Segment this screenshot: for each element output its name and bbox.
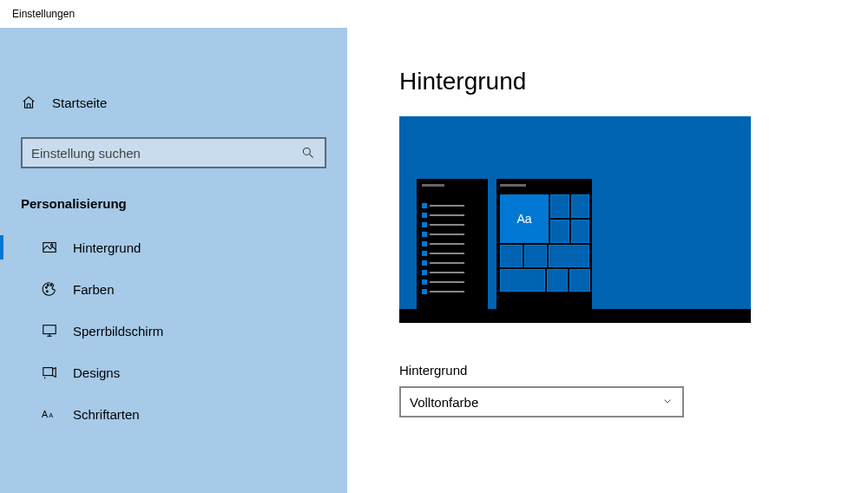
dropdown-value: Volltonfarbe [410, 395, 478, 410]
nav-item-designs[interactable]: Designs [0, 352, 347, 393]
background-field-label: Hintergrund [399, 363, 868, 378]
sidebar-section-label: Personalisierung [0, 186, 347, 227]
sidebar: Startseite Personalisierung Hintergrund [0, 28, 347, 493]
svg-point-5 [47, 285, 49, 286]
svg-line-1 [310, 154, 313, 158]
themes-icon [42, 365, 57, 380]
palette-icon [42, 281, 57, 297]
page-title: Hintergrund [399, 68, 868, 95]
nav-item-label: Designs [73, 365, 120, 380]
window-titlebar: Einstellungen [0, 0, 868, 28]
picture-icon [42, 240, 57, 255]
svg-text:A: A [42, 409, 49, 419]
nav-item-sperrbildschirm[interactable]: Sperrbildschirm [0, 310, 347, 352]
svg-point-0 [303, 148, 310, 154]
preview-sample-text: Aa [500, 194, 549, 243]
nav-item-schriftarten[interactable]: AA Schriftarten [0, 393, 347, 435]
svg-point-7 [46, 291, 48, 293]
nav-item-hintergrund[interactable]: Hintergrund [0, 227, 347, 268]
background-dropdown[interactable]: Volltonfarbe [399, 386, 684, 417]
nav-item-label: Hintergrund [73, 240, 141, 255]
search-icon [300, 145, 316, 161]
search-box[interactable] [21, 137, 326, 168]
home-icon [21, 95, 36, 110]
window-title: Einstellungen [12, 8, 75, 20]
lockscreen-icon [42, 323, 57, 339]
chevron-down-icon [661, 395, 674, 410]
nav-home-label: Startseite [52, 95, 107, 110]
nav-item-label: Schriftarten [73, 407, 140, 422]
nav-item-farben[interactable]: Farben [0, 268, 347, 310]
search-input[interactable] [31, 146, 300, 161]
fonts-icon: AA [42, 406, 57, 422]
svg-rect-11 [43, 368, 53, 376]
preview-tiles: Aa [496, 179, 592, 309]
svg-text:A: A [49, 411, 53, 419]
main-content: Hintergrund Aa [347, 28, 868, 493]
preview-start-menu [417, 179, 488, 309]
preview-taskbar [399, 309, 751, 323]
svg-point-6 [50, 285, 52, 286]
nav-item-label: Sperrbildschirm [73, 324, 163, 339]
nav-item-label: Farben [73, 282, 115, 297]
nav-home[interactable]: Startseite [0, 82, 347, 123]
svg-rect-8 [43, 325, 56, 334]
svg-point-3 [51, 244, 53, 246]
desktop-preview: Aa [399, 116, 751, 323]
svg-point-4 [46, 286, 48, 288]
